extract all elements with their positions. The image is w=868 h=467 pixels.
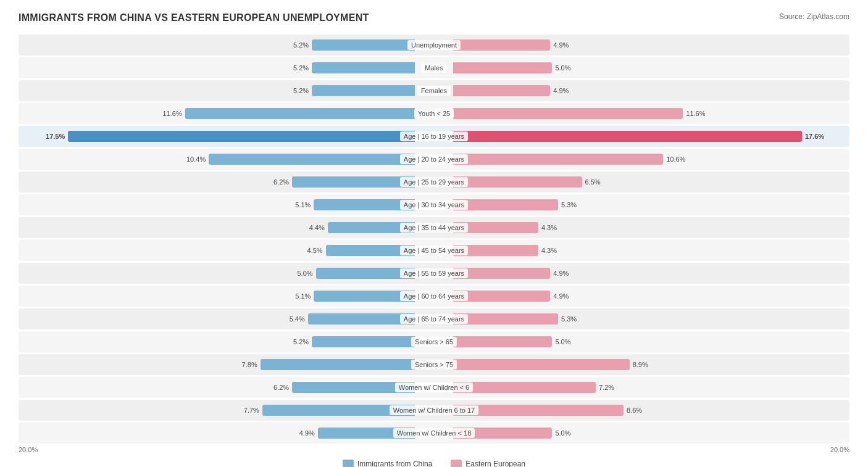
- row-label: Youth < 25: [414, 109, 454, 118]
- left-value: 5.2%: [289, 338, 309, 345]
- row-label: Unemployment: [407, 40, 461, 50]
- right-section: 5.3%: [451, 310, 849, 328]
- right-bar-wrapper: 8.9%: [453, 358, 849, 371]
- bar-row: 5.0% Age | 55 to 59 years 4.9%: [19, 263, 849, 284]
- bar-row-inner: 7.8% Seniors > 75 8.9%: [19, 356, 849, 373]
- left-value: 5.2%: [289, 64, 309, 72]
- left-section: 5.1%: [19, 196, 417, 213]
- row-label: Age | 25 to 29 years: [400, 177, 468, 187]
- left-value: 5.0%: [293, 270, 313, 277]
- right-value: 8.6%: [627, 407, 646, 414]
- right-bar-wrapper: 10.6%: [453, 153, 849, 165]
- bar-row-inner: 7.7% Women w/ Children 6 to 17 8.6%: [19, 402, 849, 419]
- left-value: 4.9%: [295, 429, 315, 437]
- left-value: 5.1%: [291, 201, 311, 209]
- left-value: 10.4%: [186, 155, 206, 163]
- right-bar-wrapper: 4.9%: [453, 267, 849, 279]
- axis-left: 20.0%: [19, 446, 38, 453]
- right-bar: [453, 108, 683, 119]
- right-value: 4.9%: [553, 41, 573, 49]
- right-bar-wrapper: 8.6%: [453, 404, 849, 416]
- right-value: 4.3%: [541, 247, 561, 254]
- bar-row: 6.2% Women w/ Children < 6 7.2%: [19, 377, 849, 398]
- right-value: 4.9%: [553, 87, 573, 94]
- legend-eastern: Eastern European: [451, 460, 525, 467]
- right-section: 4.9%: [451, 265, 849, 282]
- right-bar: [453, 39, 550, 51]
- left-value: 7.7%: [240, 407, 259, 414]
- row-label: Age | 20 to 24 years: [400, 154, 468, 164]
- right-value: 5.3%: [561, 315, 581, 323]
- left-value: 6.2%: [269, 384, 289, 391]
- left-bar-wrapper: 4.9%: [19, 427, 415, 439]
- left-value: 5.2%: [289, 41, 309, 49]
- right-section: 5.0%: [451, 333, 849, 350]
- right-bar: [453, 131, 802, 142]
- bar-row-inner: 5.1% Age | 30 to 34 years 5.3%: [19, 196, 849, 213]
- right-bar-wrapper: 5.0%: [453, 336, 849, 348]
- left-bar: [185, 108, 415, 119]
- row-label: Age | 65 to 74 years: [400, 314, 468, 324]
- left-bar-wrapper: 5.1%: [19, 290, 415, 302]
- right-section: 4.3%: [451, 242, 849, 259]
- left-value: 17.5%: [45, 133, 65, 140]
- right-bar-wrapper: 5.3%: [453, 199, 849, 211]
- bar-row-inner: 4.4% Age | 35 to 44 years 4.3%: [19, 219, 849, 236]
- right-value: 4.9%: [553, 270, 573, 277]
- chart-header: IMMIGRANTS FROM CHINA VS EASTERN EUROPEA…: [19, 12, 849, 23]
- left-section: 5.4%: [19, 310, 417, 328]
- legend-china: Immigrants from China: [343, 460, 432, 467]
- china-label: Immigrants from China: [357, 460, 432, 467]
- row-label: Age | 30 to 34 years: [400, 200, 468, 210]
- right-section: 4.9%: [451, 287, 849, 305]
- bar-row: 10.4% Age | 20 to 24 years 10.6%: [19, 149, 849, 170]
- left-bar-wrapper: 4.5%: [19, 244, 415, 257]
- left-value: 6.2%: [269, 178, 289, 186]
- left-value: 5.1%: [291, 292, 311, 300]
- left-bar-wrapper: 11.6%: [19, 107, 415, 120]
- right-bar: [453, 62, 553, 73]
- right-bar-wrapper: 4.9%: [453, 85, 849, 97]
- left-section: 7.7%: [19, 402, 417, 419]
- left-section: 11.6%: [19, 105, 417, 122]
- right-value: 5.0%: [555, 338, 575, 345]
- bar-row-inner: 6.2% Women w/ Children < 6 7.2%: [19, 379, 849, 396]
- left-section: 4.5%: [19, 242, 417, 259]
- left-bar-wrapper: 5.4%: [19, 313, 415, 325]
- left-bar: [292, 176, 415, 188]
- right-section: 10.6%: [451, 151, 849, 168]
- left-section: 5.2%: [19, 82, 417, 99]
- left-value: 5.4%: [285, 315, 305, 323]
- bar-row-inner: 4.9% Women w/ Children < 18 5.0%: [19, 424, 849, 442]
- row-label: Age | 55 to 59 years: [400, 268, 468, 278]
- row-label: Age | 60 to 64 years: [400, 291, 468, 301]
- left-bar-wrapper: 10.4%: [19, 153, 415, 165]
- right-section: 8.9%: [451, 356, 849, 373]
- right-value: 8.9%: [633, 361, 653, 368]
- bar-row: 4.4% Age | 35 to 44 years 4.3%: [19, 217, 849, 238]
- bar-row-inner: 5.4% Age | 65 to 74 years 5.3%: [19, 310, 849, 328]
- left-bar-wrapper: 7.7%: [19, 404, 415, 416]
- left-bar: [308, 313, 415, 324]
- bar-row: 4.5% Age | 45 to 54 years 4.3%: [19, 240, 849, 261]
- right-bar-wrapper: 5.0%: [453, 427, 849, 439]
- row-label: Age | 35 to 44 years: [400, 223, 468, 233]
- bar-row: 5.2% Females 4.9%: [19, 80, 849, 101]
- left-section: 6.2%: [19, 379, 417, 396]
- right-bar-wrapper: 4.9%: [453, 39, 849, 51]
- right-bar: [453, 382, 596, 393]
- chart-source: Source: ZipAtlas.com: [779, 12, 849, 21]
- left-bar: [68, 131, 415, 142]
- right-bar-wrapper: 5.0%: [453, 62, 849, 74]
- row-label: Women w/ Children 6 to 17: [390, 405, 478, 415]
- right-bar-wrapper: 17.6%: [453, 130, 849, 143]
- right-value: 5.0%: [555, 429, 575, 437]
- row-label: Age | 16 to 19 years: [400, 131, 468, 141]
- chart-body: 5.2% Unemployment 4.9% 5.2%: [19, 35, 849, 444]
- right-section: 4.9%: [451, 36, 849, 54]
- left-section: 5.2%: [19, 333, 417, 350]
- right-value: 10.6%: [666, 155, 686, 163]
- left-section: 5.1%: [19, 287, 417, 305]
- bar-row-inner: 5.2% Females 4.9%: [19, 82, 849, 99]
- right-section: 5.0%: [451, 59, 849, 76]
